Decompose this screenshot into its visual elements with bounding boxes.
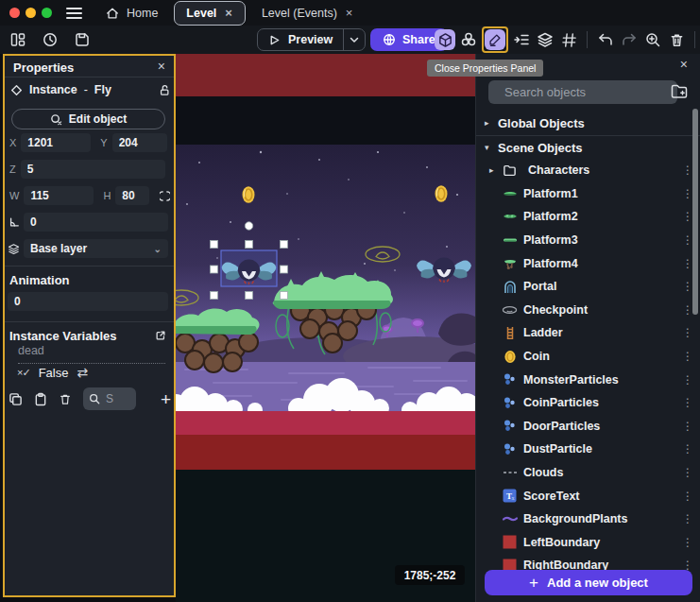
objects-search[interactable] [488,80,677,104]
global-objects-group[interactable]: ▸ Global Objects [476,112,700,134]
object-row[interactable]: Platform4 ⋮ [476,251,700,275]
instance-variables-title: Instance Variables [9,329,116,343]
add-folder-icon[interactable] [670,82,689,101]
object-row[interactable]: BackgroundPlants ⋮ [476,507,700,531]
platform-thumbnail-icon [502,185,518,201]
object-row[interactable]: Checkpoint ⋮ [476,299,700,322]
tab-level[interactable]: Level × [174,1,246,26]
object-row[interactable]: DustParticle ⋮ [476,438,700,461]
layers-panel-button[interactable] [535,29,555,50]
instance-diamond-icon [11,85,22,95]
close-window-button[interactable] [9,8,20,18]
trash-icon[interactable] [59,392,72,406]
item-menu-icon[interactable]: ⋮ [682,350,693,363]
tab-label: Level [186,7,216,20]
variable-value[interactable]: False [39,366,69,380]
object-row[interactable]: DoorParticles ⋮ [476,415,700,439]
objects-search-input[interactable] [503,84,673,100]
close-objects-icon[interactable]: × [677,57,691,72]
highlight-box [482,26,508,53]
object-row[interactable]: Portal ⋮ [476,275,700,299]
item-menu-icon[interactable]: ⋮ [682,466,693,479]
width-input[interactable] [24,186,94,205]
rotation-handle[interactable] [245,222,252,230]
object-row[interactable]: LeftBoundary ⋮ [476,531,700,555]
layers-icon [537,31,554,48]
tab-level-events[interactable]: Level (Events) × [249,1,367,26]
coin-instance[interactable] [435,185,448,202]
object-row[interactable]: MonsterParticles ⋮ [476,368,700,391]
preview-options-button[interactable] [343,29,365,50]
item-menu-icon[interactable]: ⋮ [682,420,693,433]
objects-scrollbar[interactable] [692,109,698,315]
x-label: X [9,137,16,148]
copy-icon[interactable] [9,392,23,406]
y-input[interactable] [112,133,167,152]
zoom-button[interactable] [642,29,663,50]
add-variable-button[interactable]: + [161,390,171,408]
object-row[interactable]: Coin ⋮ [476,345,700,369]
item-menu-icon[interactable]: ⋮ [682,326,693,339]
cube-icon [437,32,453,48]
variables-search-input[interactable] [104,391,130,406]
y-label: Y [100,137,107,148]
minimize-window-button[interactable] [26,8,36,18]
angle-input[interactable] [24,213,168,232]
history-button[interactable] [40,29,60,50]
unlock-icon[interactable] [159,84,170,96]
item-menu-icon[interactable]: ⋮ [682,442,693,456]
height-input[interactable] [115,186,149,205]
layer-select[interactable]: Base layer ⌄ [24,239,168,258]
scene-objects-group[interactable]: ▾ Scene Objects [476,136,700,159]
toggle-3d-view-button[interactable] [435,29,455,50]
toggle-properties-panel-button[interactable] [485,29,505,50]
divider [5,266,174,267]
close-tab-icon[interactable]: × [224,7,233,19]
x-input[interactable] [21,133,91,152]
search-icon [89,393,100,404]
preview-button[interactable]: Preview [258,29,343,50]
item-menu-icon[interactable]: ⋮ [682,490,693,503]
delete-button[interactable] [666,29,687,50]
panels-layout-button[interactable] [8,29,28,50]
divider [5,321,174,322]
object-row[interactable]: CoinParticles ⋮ [476,391,700,415]
maximize-window-button[interactable] [42,8,52,18]
coin-instance[interactable] [243,186,255,203]
scene-canvas[interactable]: 1785;-252 [176,54,475,602]
object-row[interactable]: Clouds ⋮ [476,461,700,485]
open-variables-icon[interactable] [155,330,166,341]
undo-button[interactable] [595,29,616,50]
z-input[interactable] [21,160,165,179]
close-tab-icon[interactable]: × [345,7,354,19]
object-row[interactable]: Platform3 ⋮ [476,229,700,252]
save-button[interactable] [72,29,93,50]
window-controls [9,8,52,18]
grid-button[interactable] [558,29,579,50]
variable-name[interactable]: dead [18,344,165,364]
edit-object-button[interactable]: Edit object [11,109,165,129]
toggle-value-icon[interactable]: ⇄ [77,365,88,380]
object-row[interactable]: Platform1 ⋮ [476,182,700,206]
object-row[interactable]: Tx ScoreText ⋮ [476,484,700,507]
objects-groups-button[interactable] [458,29,479,50]
close-properties-icon[interactable]: × [155,59,168,74]
object-row[interactable]: Platform2 ⋮ [476,205,700,229]
variables-search[interactable] [83,387,136,410]
paste-icon[interactable] [34,392,47,406]
lock-ratio-icon[interactable] [160,190,170,202]
item-menu-icon[interactable]: ⋮ [682,373,693,387]
instances-list-button[interactable] [511,29,532,50]
platform-instance[interactable] [273,271,393,354]
item-menu-icon[interactable]: ⋮ [682,512,693,525]
toolbar-separator [694,31,695,48]
redo-button[interactable] [619,29,640,50]
add-object-button[interactable]: + Add a new object [485,570,692,595]
item-menu-icon[interactable]: ⋮ [682,536,693,549]
object-row[interactable]: Ladder ⋮ [476,321,700,345]
object-row-folder[interactable]: ▸ Characters ⋮ [476,159,700,182]
item-menu-icon[interactable]: ⋮ [682,396,693,409]
tab-home[interactable]: Home [94,1,170,26]
menu-icon[interactable] [66,8,82,19]
animation-input[interactable] [8,292,168,311]
